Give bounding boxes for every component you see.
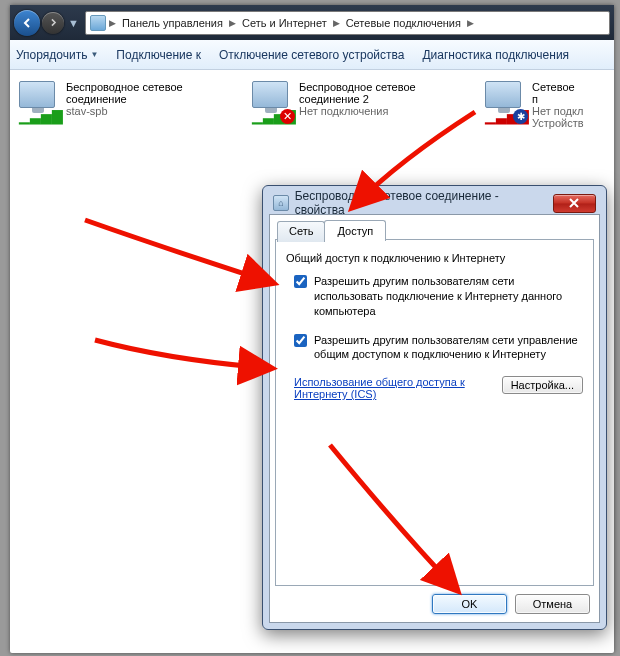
nav-forward-button[interactable] bbox=[42, 12, 64, 34]
connection-subtitle: stav-spb bbox=[66, 105, 108, 117]
ics-help-link[interactable]: Использование общего доступа к Интернету… bbox=[294, 376, 474, 400]
breadcrumb-seg-3[interactable]: Сетевые подключения bbox=[343, 15, 464, 31]
toolbar-diagnose[interactable]: Диагностика подключения bbox=[422, 48, 569, 62]
tab-page-sharing: Общий доступ к подключению к Интернету Р… bbox=[275, 239, 594, 586]
nav-back-button[interactable] bbox=[14, 10, 40, 36]
recent-pages-dropdown[interactable]: ▼ bbox=[66, 17, 81, 29]
allow-sharing-checkbox[interactable] bbox=[294, 275, 307, 288]
nav-bar: ▼ ▶ Панель управления ▶ Сеть и Интернет … bbox=[10, 5, 614, 40]
breadcrumb-chevron-icon[interactable]: ▶ bbox=[466, 18, 475, 28]
tab-strip: Сеть Доступ bbox=[277, 220, 385, 241]
allow-control-label: Разрешить другим пользователям сети упра… bbox=[314, 333, 583, 363]
network-adapter-icon: ▁▃▅▇✱ bbox=[485, 81, 527, 123]
tab-network[interactable]: Сеть bbox=[277, 221, 325, 242]
connection-item[interactable]: ▁▃▅▇✕ Беспроводное сетевое соединение 2 … bbox=[249, 78, 479, 132]
tab-sharing[interactable]: Доступ bbox=[324, 220, 386, 241]
toolbar-organize[interactable]: Упорядочить▼ bbox=[16, 48, 98, 62]
connection-title: Беспроводное сетевое соединение bbox=[66, 81, 243, 105]
bluetooth-badge-icon: ✱ bbox=[513, 109, 528, 124]
connection-item[interactable]: ▁▃▅▇✱ Сетевое п Нет подкл Устройств bbox=[482, 78, 582, 132]
connection-item[interactable]: ▁▃▅▇ Беспроводное сетевое соединение sta… bbox=[16, 78, 246, 132]
dialog-client-area: Сеть Доступ Общий доступ к подключению к… bbox=[269, 214, 600, 623]
group-heading: Общий доступ к подключению к Интернету bbox=[286, 252, 583, 264]
nav-back-forward: ▼ bbox=[14, 10, 81, 36]
dialog-titlebar[interactable]: ⌂ Беспроводное сетевое соединение - свой… bbox=[269, 192, 600, 214]
address-bar[interactable]: ▶ Панель управления ▶ Сеть и Интернет ▶ … bbox=[85, 11, 610, 35]
connection-title: Беспроводное сетевое соединение 2 bbox=[299, 81, 476, 105]
ok-button[interactable]: OK bbox=[432, 594, 507, 614]
arrow-right-icon bbox=[48, 17, 59, 28]
properties-dialog: ⌂ Беспроводное сетевое соединение - свой… bbox=[262, 185, 607, 630]
connection-title: Сетевое п bbox=[532, 81, 584, 105]
dialog-button-row: OK Отмена bbox=[432, 594, 590, 614]
cancel-button[interactable]: Отмена bbox=[515, 594, 590, 614]
arrow-left-icon bbox=[20, 16, 34, 30]
connection-subtitle: Нет подключения bbox=[299, 105, 388, 117]
close-button[interactable] bbox=[553, 194, 596, 213]
allow-control-checkbox[interactable] bbox=[294, 334, 307, 347]
allow-sharing-label: Разрешить другим пользователям сети испо… bbox=[314, 274, 583, 319]
close-icon bbox=[568, 198, 580, 208]
settings-button[interactable]: Настройка... bbox=[502, 376, 583, 394]
network-adapter-icon: ▁▃▅▇✕ bbox=[252, 81, 294, 123]
adapter-icon: ⌂ bbox=[273, 195, 289, 211]
breadcrumb-chevron-icon[interactable]: ▶ bbox=[108, 18, 117, 28]
toolbar-disable[interactable]: Отключение сетевого устройства bbox=[219, 48, 404, 62]
network-adapter-icon: ▁▃▅▇ bbox=[19, 81, 61, 123]
connections-panel: ▁▃▅▇ Беспроводное сетевое соединение sta… bbox=[10, 70, 614, 140]
breadcrumb-seg-1[interactable]: Панель управления bbox=[119, 15, 226, 31]
breadcrumb-chevron-icon[interactable]: ▶ bbox=[228, 18, 237, 28]
control-panel-icon bbox=[90, 15, 106, 31]
toolbar-connect[interactable]: Подключение к bbox=[116, 48, 201, 62]
connection-subtitle: Нет подкл bbox=[532, 105, 583, 117]
toolbar: Упорядочить▼ Подключение к Отключение се… bbox=[10, 40, 614, 70]
breadcrumb-chevron-icon[interactable]: ▶ bbox=[332, 18, 341, 28]
breadcrumb-seg-2[interactable]: Сеть и Интернет bbox=[239, 15, 330, 31]
error-badge-icon: ✕ bbox=[280, 109, 295, 124]
connection-subtitle-2: Устройств bbox=[532, 117, 584, 129]
dialog-title: Беспроводное сетевое соединение - свойст… bbox=[295, 189, 547, 217]
